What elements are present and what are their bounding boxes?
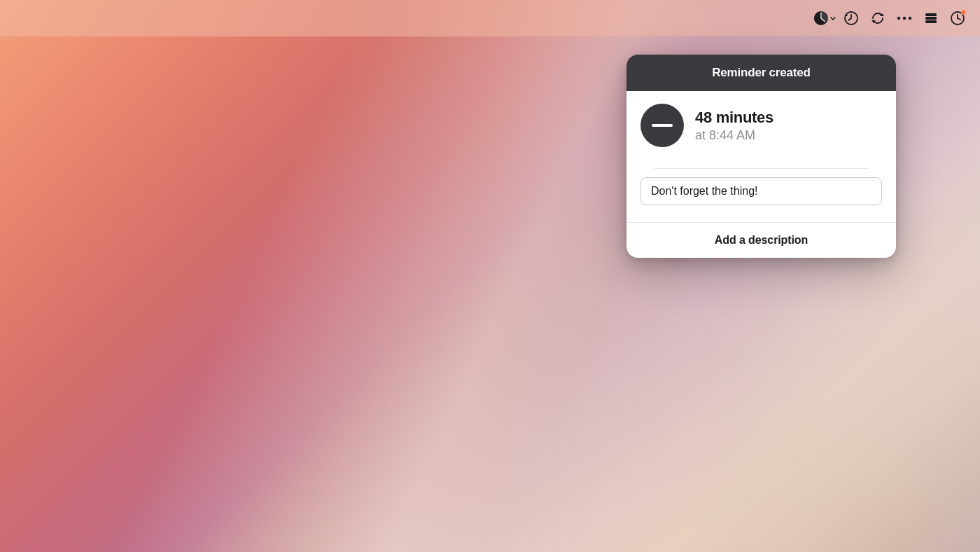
reminder-duration: 48 minutes — [695, 109, 774, 127]
more-button[interactable] — [893, 7, 916, 29]
svg-line-14 — [958, 18, 960, 20]
notification-body: 48 minutes at 8:44 AM — [626, 91, 896, 160]
layers-button[interactable] — [920, 7, 942, 29]
more-icon — [897, 15, 912, 21]
layers-icon — [923, 11, 939, 26]
app-icon-button[interactable] — [813, 7, 836, 29]
svg-rect-9 — [925, 13, 937, 16]
svg-point-7 — [903, 17, 906, 20]
notification-title: Reminder created — [712, 66, 810, 80]
history-icon — [844, 11, 859, 26]
timer-app-icon — [813, 9, 829, 27]
status-dot — [961, 10, 966, 15]
reminder-note-text: Don't forget the thing! — [640, 177, 882, 205]
refresh-icon — [870, 11, 886, 26]
svg-rect-11 — [925, 20, 937, 23]
reminder-note-container: Don't forget the thing! — [626, 160, 896, 214]
notification-header: Reminder created — [626, 55, 896, 91]
refresh-button[interactable] — [867, 7, 889, 29]
notification-popup: Reminder created 48 minutes at 8:44 AM D… — [626, 55, 896, 258]
svg-point-6 — [897, 17, 900, 20]
svg-point-8 — [909, 17, 911, 20]
add-description-button[interactable]: Add a description — [626, 223, 896, 258]
svg-rect-10 — [925, 17, 937, 20]
reminder-info: 48 minutes at 8:44 AM — [695, 109, 774, 143]
reminder-time: at 8:44 AM — [695, 128, 774, 143]
clock-circle-icon — [640, 104, 684, 147]
history-button[interactable] — [840, 7, 862, 29]
clock-button[interactable] — [946, 7, 969, 29]
menubar — [0, 0, 980, 36]
dropdown-arrow-icon — [830, 15, 836, 22]
